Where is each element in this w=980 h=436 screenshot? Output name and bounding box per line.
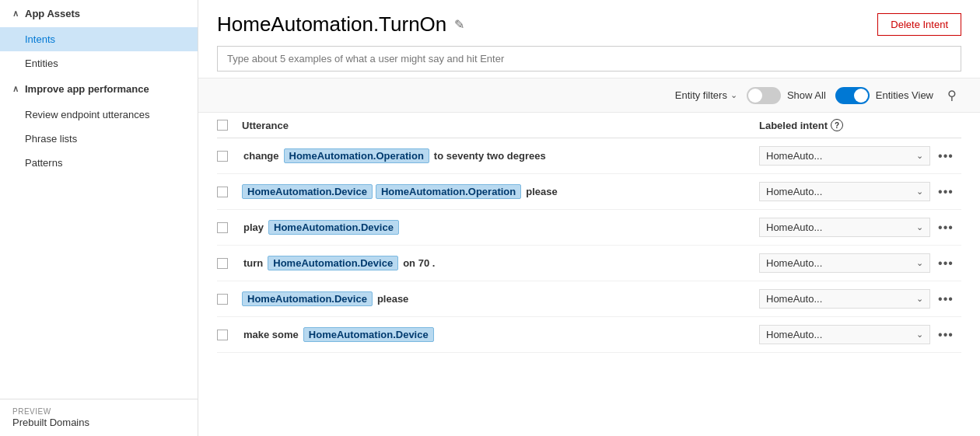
main-header: HomeAutomation.TurnOn ✎ Delete Intent (198, 0, 980, 46)
row-actions-cell: ••• (930, 149, 961, 163)
intents-label: Intents (25, 33, 55, 45)
sidebar-item-phrase[interactable]: Phrase lists (0, 127, 198, 151)
sidebar-item-review[interactable]: Review endpoint utterances (0, 103, 198, 127)
page-title-text: HomeAutomation.TurnOn (217, 12, 446, 37)
sidebar-item-intents[interactable]: Intents (0, 27, 198, 51)
row-actions-cell: ••• (930, 221, 961, 235)
more-actions-button[interactable]: ••• (938, 256, 954, 270)
search-icon: ⚲ (947, 89, 957, 102)
intent-dropdown-chevron-icon: ⌄ (916, 258, 923, 268)
labeled-intent-col-header: Labeled intent ? (759, 119, 930, 131)
header-checkbox-col (217, 120, 242, 131)
intent-dropdown-chevron-icon: ⌄ (916, 222, 923, 232)
more-actions-button[interactable]: ••• (938, 221, 954, 235)
entity-tag[interactable]: HomeAutomation.Operation (284, 148, 429, 163)
intent-dropdown[interactable]: HomeAuto...⌄ (759, 182, 930, 201)
labeled-intent-cell: HomeAuto...⌄ (759, 289, 930, 309)
table-row: change HomeAutomation.Operation to seven… (217, 138, 961, 174)
intent-dropdown-chevron-icon: ⌄ (916, 151, 923, 161)
more-actions-button[interactable]: ••• (938, 185, 954, 199)
utterance-search-input[interactable] (217, 46, 961, 72)
row-checkbox[interactable] (217, 258, 228, 269)
entity-tag[interactable]: HomeAutomation.Device (242, 184, 373, 199)
utterance-text: turn HomeAutomation.Device on 70 . (242, 256, 759, 270)
plain-text: please (376, 293, 410, 305)
sidebar-item-entities[interactable]: Entities (0, 51, 198, 75)
row-checkbox-col (217, 294, 242, 305)
more-actions-button[interactable]: ••• (938, 328, 954, 342)
row-checkbox[interactable] (217, 222, 228, 233)
row-checkbox-col (217, 222, 242, 233)
intent-label: HomeAuto... (766, 186, 822, 197)
row-actions-cell: ••• (930, 328, 961, 342)
labeled-intent-cell: HomeAuto...⌄ (759, 253, 930, 273)
entity-filters-chevron-icon: ⌄ (730, 90, 737, 100)
row-checkbox[interactable] (217, 151, 228, 162)
plain-text: turn (242, 257, 264, 269)
entities-view-toggle[interactable] (835, 87, 870, 104)
app-assets-section[interactable]: ∧ App Assets (0, 0, 198, 27)
row-checkbox-col (217, 330, 242, 340)
entity-filters-button[interactable]: Entity filters ⌄ (675, 89, 737, 101)
show-all-toggle-group: Show All (747, 87, 826, 104)
table-row: HomeAutomation.Device please HomeAuto...… (217, 281, 961, 317)
prebuilt-domains-section[interactable]: PREVIEW Prebuilt Domains (0, 399, 198, 436)
improve-chevron: ∧ (12, 84, 19, 94)
entities-label: Entities (25, 58, 58, 69)
app-assets-chevron: ∧ (12, 9, 19, 19)
main-content: HomeAutomation.TurnOn ✎ Delete Intent En… (198, 0, 980, 436)
plain-text: please (524, 186, 558, 197)
toolbar: Entity filters ⌄ Show All Entities View … (198, 78, 980, 113)
intent-dropdown-chevron-icon: ⌄ (916, 330, 923, 340)
plain-text: change (242, 150, 281, 162)
review-label: Review endpoint utterances (25, 109, 149, 120)
intent-dropdown[interactable]: HomeAuto...⌄ (759, 325, 930, 344)
entity-tag[interactable]: HomeAutomation.Device (268, 220, 399, 235)
plain-text: to seventy two degrees (432, 150, 548, 162)
intent-label: HomeAuto... (766, 257, 822, 269)
show-all-toggle[interactable] (747, 87, 781, 104)
entity-tag[interactable]: HomeAutomation.Device (268, 256, 398, 270)
utterance-text: HomeAutomation.Device please (242, 291, 759, 306)
intent-dropdown[interactable]: HomeAuto...⌄ (759, 146, 930, 166)
more-actions-button[interactable]: ••• (938, 292, 954, 306)
intent-dropdown-chevron-icon: ⌄ (916, 187, 923, 197)
sidebar-item-patterns[interactable]: Patterns (0, 151, 198, 175)
row-actions-cell: ••• (930, 292, 961, 306)
improve-section[interactable]: ∧ Improve app performance (0, 75, 198, 103)
patterns-label: Patterns (25, 157, 62, 169)
utterance-col-header: Utterance (242, 120, 759, 131)
improve-label: Improve app performance (25, 83, 149, 95)
search-icon-button[interactable]: ⚲ (943, 86, 961, 104)
table-row: turn HomeAutomation.Device on 70 . HomeA… (217, 246, 961, 281)
labeled-intent-cell: HomeAuto...⌄ (759, 218, 930, 237)
intent-dropdown[interactable]: HomeAuto...⌄ (759, 289, 930, 309)
intent-dropdown[interactable]: HomeAuto...⌄ (759, 218, 930, 237)
delete-intent-button[interactable]: Delete Intent (877, 13, 961, 36)
row-checkbox[interactable] (217, 294, 228, 305)
utterance-text: make some HomeAutomation.Device (242, 327, 759, 342)
edit-title-icon[interactable]: ✎ (454, 17, 464, 32)
labeled-intent-help-icon[interactable]: ? (831, 119, 843, 131)
labeled-intent-cell: HomeAuto...⌄ (759, 182, 930, 201)
intent-label: HomeAuto... (766, 150, 822, 162)
phrase-label: Phrase lists (25, 133, 77, 145)
utterances-table: Utterance Labeled intent ? change HomeAu… (198, 113, 980, 436)
entity-tag[interactable]: HomeAutomation.Device (303, 327, 434, 342)
table-header: Utterance Labeled intent ? (217, 113, 961, 138)
row-checkbox[interactable] (217, 187, 228, 197)
intent-label: HomeAuto... (766, 293, 822, 305)
row-checkbox-col (217, 151, 242, 162)
plain-text: play (242, 221, 265, 233)
entity-tag[interactable]: HomeAutomation.Device (242, 291, 373, 306)
intent-dropdown[interactable]: HomeAuto...⌄ (759, 253, 930, 273)
more-actions-button[interactable]: ••• (938, 149, 954, 163)
row-checkbox-col (217, 187, 242, 197)
plain-text: make some (242, 329, 300, 340)
row-checkbox[interactable] (217, 330, 228, 340)
row-actions-cell: ••• (930, 185, 961, 199)
entity-tag[interactable]: HomeAutomation.Operation (376, 184, 521, 199)
select-all-checkbox[interactable] (217, 120, 228, 131)
plain-text: on 70 . (401, 257, 436, 269)
show-all-label: Show All (787, 89, 826, 101)
